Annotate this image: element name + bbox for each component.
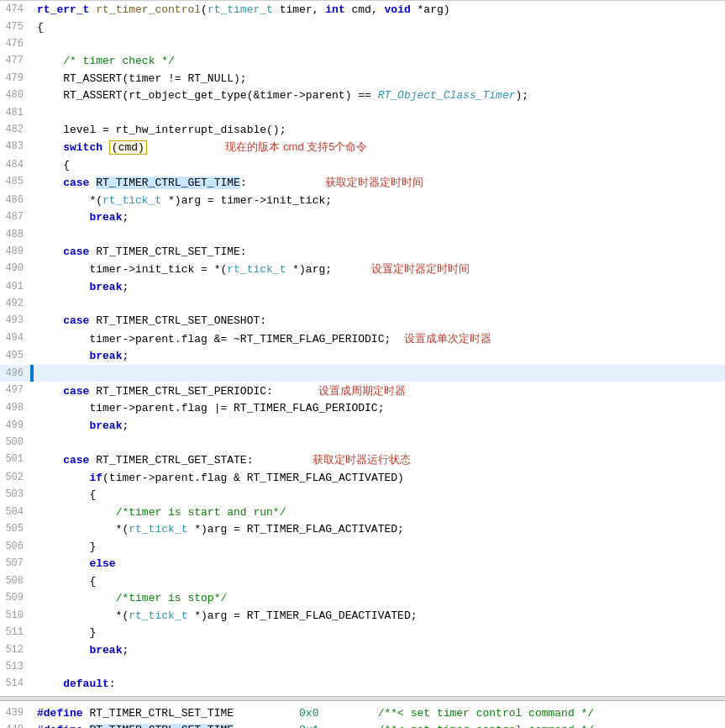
type: rt_tick_t: [129, 523, 187, 535]
table-row: 512 break;: [0, 641, 725, 659]
line-number: 492: [0, 295, 30, 312]
line-number: 511: [0, 624, 30, 641]
table-row: 500: [0, 434, 725, 451]
keyword-switch: switch: [63, 141, 102, 154]
keyword: int: [325, 3, 344, 16]
type: rt_timer_t: [208, 3, 273, 16]
line-number: 502: [0, 469, 30, 487]
type: rt_tick_t: [102, 194, 161, 207]
line-number: 483: [0, 138, 30, 156]
line-number: 514: [0, 675, 30, 693]
line-content: timer->parent.flag &= ~RT_TIMER_FLAG_PER…: [34, 330, 725, 348]
line-content: if(timer->parent.flag & RT_TIMER_FLAG_AC…: [34, 469, 725, 487]
table-row: 499 break;: [0, 417, 725, 435]
line-number: 481: [0, 104, 30, 121]
keyword: case: [63, 177, 89, 189]
line-number: 498: [0, 399, 30, 417]
hex-value: 0x1: [299, 724, 318, 728]
case-highlight: RT_TIMER_CTRL_GET_TIME: [96, 177, 240, 189]
line-number: 513: [0, 658, 30, 675]
table-row: 498 timer->parent.flag |= RT_TIMER_FLAG_…: [0, 399, 725, 417]
keyword: break: [89, 644, 122, 657]
type: rt_tick_t: [129, 609, 187, 622]
table-row: 511 }: [0, 624, 725, 641]
line-content: break;: [34, 208, 725, 226]
table-row: 506 }: [0, 538, 725, 556]
function-name: rt_timer_control: [96, 3, 201, 16]
keyword: case: [63, 454, 89, 467]
line-content: *(rt_tick_t *)arg = timer->init_tick;: [34, 192, 725, 209]
table-row: 481: [0, 104, 725, 121]
table-row: 487 break;: [0, 208, 725, 226]
line-number: 499: [0, 417, 30, 435]
line-number: 506: [0, 538, 30, 556]
line-content: timer->parent.flag |= RT_TIMER_FLAG_PERI…: [34, 399, 725, 417]
table-row: 485 case RT_TIMER_CTRL_GET_TIME: 获取定时器定时…: [0, 173, 725, 192]
line-content: break;: [34, 641, 725, 659]
chinese-comment: 现在的版本 cmd 支持5个命令: [225, 140, 367, 153]
table-row: 507 else: [0, 555, 725, 572]
line-number: 488: [0, 226, 30, 243]
line-number: 484: [0, 156, 30, 174]
table-row: 508 {: [0, 572, 725, 590]
table-row: 495 break;: [0, 347, 725, 365]
table-row: 489 case RT_TIMER_CTRL_SET_TIME:: [0, 243, 725, 261]
type: rt_tick_t: [227, 263, 286, 276]
table-row: 475 {: [0, 18, 725, 36]
line-content: *(rt_tick_t *)arg = RT_TIMER_FLAG_ACTIVA…: [34, 520, 725, 538]
line-content: }: [34, 624, 725, 641]
line-content: }: [34, 538, 725, 556]
line-content: case RT_TIMER_CTRL_SET_TIME:: [34, 243, 725, 261]
line-content: [34, 434, 725, 451]
line-content: case RT_TIMER_CTRL_SET_ONESHOT:: [34, 312, 725, 330]
table-row: 484 {: [0, 156, 725, 174]
table-row: 474 rt_err_t rt_timer_control(rt_timer_t…: [0, 1, 725, 18]
code-container: 474 rt_err_t rt_timer_control(rt_timer_t…: [0, 0, 725, 728]
line-content: timer->init_tick = *(rt_tick_t *)arg; 设置…: [34, 260, 725, 278]
line-number: 491: [0, 278, 30, 296]
table-row: 486 *(rt_tick_t *)arg = timer->init_tick…: [0, 192, 725, 209]
table-row: 503 {: [0, 486, 725, 504]
table-row: 496: [0, 365, 725, 382]
keyword: break: [89, 350, 122, 362]
chinese-comment: 设置定时器定时时间: [371, 262, 470, 275]
keyword: rt_err_t: [37, 3, 89, 16]
table-row: 505 *(rt_tick_t *)arg = RT_TIMER_FLAG_AC…: [0, 520, 725, 538]
table-row: 482 level = rt_hw_interrupt_disable();: [0, 121, 725, 139]
line-content: [34, 104, 725, 121]
line-content: rt_err_t rt_timer_control(rt_timer_t tim…: [34, 1, 725, 18]
comment: /*timer is start and run*/: [116, 506, 286, 519]
line-content: {: [34, 572, 725, 590]
line-content: /*timer is stop*/: [34, 589, 725, 607]
table-row: 439 #define RT_TIMER_CTRL_SET_TIME 0x0 /…: [0, 704, 725, 722]
line-number: 512: [0, 641, 30, 659]
keyword: default: [63, 678, 109, 690]
keyword: void: [385, 3, 411, 16]
line-number: 490: [0, 260, 30, 278]
table-row: 504 /*timer is start and run*/: [0, 504, 725, 521]
line-number: 485: [0, 173, 30, 192]
line-content: [34, 365, 725, 382]
table-row: 480 RT_ASSERT(rt_object_get_type(&timer-…: [0, 87, 725, 104]
line-content: /*timer is start and run*/: [34, 504, 725, 521]
comment: /*timer is stop*/: [116, 592, 228, 604]
keyword: case: [63, 245, 89, 258]
line-content: RT_ASSERT(timer != RT_NULL);: [34, 70, 725, 87]
keyword: else: [89, 557, 115, 570]
line-content: switch (cmd) 现在的版本 cmd 支持5个命令: [34, 138, 725, 156]
line-number: 493: [0, 312, 30, 330]
line-number: 489: [0, 243, 30, 261]
line-number: 487: [0, 208, 30, 226]
table-row: 514 default:: [0, 675, 725, 693]
defines-section: 439 #define RT_TIMER_CTRL_SET_TIME 0x0 /…: [0, 704, 725, 729]
main-code-section: 474 rt_err_t rt_timer_control(rt_timer_t…: [0, 1, 725, 693]
line-number: 501: [0, 451, 30, 469]
keyword: break: [89, 211, 122, 224]
table-row: 490 timer->init_tick = *(rt_tick_t *)arg…: [0, 260, 725, 278]
line-number: 500: [0, 434, 30, 451]
line-content: [34, 295, 725, 312]
line-number: 503: [0, 486, 30, 504]
line-number: 496: [0, 365, 30, 382]
line-content: #define RT_TIMER_CTRL_SET_TIME 0x0 /**< …: [34, 704, 725, 722]
line-content: case RT_TIMER_CTRL_GET_STATE: 获取定时器运行状态: [34, 451, 725, 469]
